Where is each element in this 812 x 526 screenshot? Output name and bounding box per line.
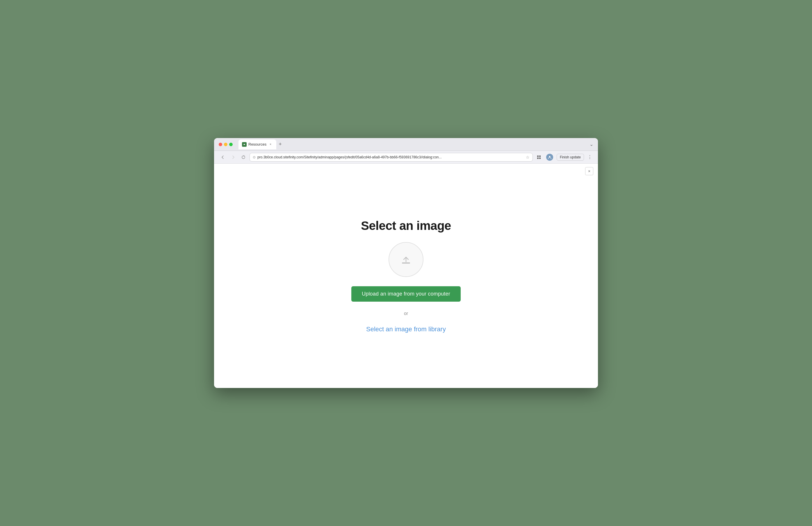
forward-button[interactable] [229,154,237,161]
nav-right-icons: Finish update ⋮ [535,153,593,162]
active-tab[interactable]: Resources × [238,139,276,149]
user-avatar [546,154,553,161]
maximize-traffic-light[interactable] [229,143,233,146]
dialog-content: Select an image Upload an image from you… [214,164,598,388]
finish-update-label: Finish update [560,155,581,159]
dialog-title: Select an image [361,219,451,233]
traffic-lights [219,143,233,146]
upload-button-label: Upload an image from your computer [362,291,450,297]
dialog-area: × Select an image Upload an image from y… [214,164,598,388]
finish-update-button[interactable]: Finish update [557,154,584,161]
upload-icon-circle [389,242,423,277]
svg-rect-2 [537,157,539,159]
tab-favicon [242,142,247,147]
tab-label: Resources [248,142,266,147]
extensions-button[interactable] [535,153,543,161]
close-traffic-light[interactable] [219,143,222,146]
window-chevron[interactable]: ⌄ [590,141,593,147]
upload-icon [398,251,414,268]
address-text: pro.3b0ce.cloud.sitefinity.com/Sitefinit… [257,155,524,159]
tab-close-button[interactable]: × [268,142,273,147]
or-separator: or [404,311,408,316]
lock-icon: ⊙ [253,155,256,159]
title-bar: Resources × + ⌄ [214,138,598,151]
svg-point-4 [549,156,550,157]
reload-button[interactable] [240,154,247,161]
tab-bar: Resources × + [238,139,587,149]
bookmark-icon[interactable]: ☆ [526,155,530,160]
profile-button[interactable] [545,153,554,162]
minimize-traffic-light[interactable] [224,143,228,146]
svg-rect-3 [539,157,541,159]
dialog-close-button[interactable]: × [585,167,593,175]
svg-rect-1 [539,155,541,157]
address-bar[interactable]: ⊙ pro.3b0ce.cloud.sitefinity.com/Sitefin… [249,153,533,162]
back-button[interactable] [219,154,227,161]
svg-rect-5 [402,262,410,264]
svg-rect-0 [537,155,539,157]
select-from-library-link[interactable]: Select an image from library [366,326,446,333]
new-tab-button[interactable]: + [277,141,283,147]
browser-window: Resources × + ⌄ ⊙ pro.3b0ce.cloud [214,138,598,388]
nav-bar: ⊙ pro.3b0ce.cloud.sitefinity.com/Sitefin… [214,151,598,164]
upload-button[interactable]: Upload an image from your computer [351,286,461,302]
more-options-button[interactable]: ⋮ [586,153,593,161]
